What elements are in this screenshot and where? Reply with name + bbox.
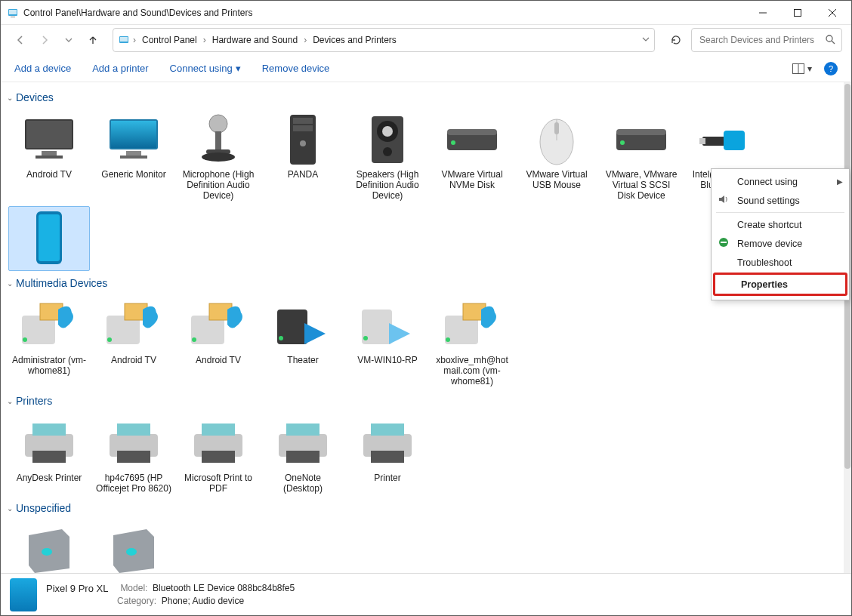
- svg-rect-68: [117, 451, 150, 463]
- chevron-right-icon[interactable]: ›: [203, 35, 206, 45]
- device-item[interactable]: xboxlive_mh@hotmail.com (vm-whome81): [431, 292, 513, 389]
- device-item[interactable]: VMware, VMware Virtual S SCSI Disk Devic…: [600, 106, 682, 203]
- printers-items: AnyDesk Printer hp4c7695 (HP Officejet P…: [7, 408, 841, 497]
- device-list-scroll[interactable]: ⌄ Devices Android TV Generic Monitor Mic…: [1, 82, 844, 573]
- media-renderer-icon: [16, 296, 82, 355]
- device-item[interactable]: AnyDesk Printer: [8, 410, 90, 496]
- chevron-right-icon[interactable]: ›: [304, 35, 307, 45]
- device-item[interactable]: Printer: [347, 410, 428, 496]
- device-label: xboxlive_mh@hotmail.com (vm-whome81): [433, 355, 511, 387]
- device-label: Microphone (High Definition Audio Device…: [180, 169, 257, 201]
- svg-point-41: [620, 140, 625, 145]
- speaker-settings-icon: [718, 193, 730, 208]
- maximize-button[interactable]: [780, 1, 815, 25]
- device-label: VMware Virtual USB Mouse: [518, 169, 595, 190]
- window-title: Control Panel\Hardware and Sound\Devices…: [23, 8, 253, 18]
- device-label: Generic Monitor: [101, 169, 165, 180]
- ctx-troubleshoot[interactable]: Troubleshoot: [712, 253, 849, 272]
- group-header-devices[interactable]: ⌄ Devices: [7, 91, 841, 103]
- ctx-remove-device[interactable]: Remove device: [712, 234, 849, 253]
- svg-rect-19: [126, 151, 141, 156]
- device-item[interactable]: OneNote (Desktop): [262, 410, 344, 496]
- ctx-connect-using[interactable]: Connect using ▶: [712, 172, 849, 191]
- forward-button[interactable]: [34, 29, 55, 51]
- device-item[interactable]: [93, 517, 174, 573]
- command-bar: Add a device Add a printer Connect using…: [1, 55, 851, 82]
- media-renderer-icon: [439, 296, 505, 355]
- group-header-printers[interactable]: ⌄ Printers: [7, 395, 841, 407]
- ctx-create-shortcut[interactable]: Create shortcut: [712, 215, 849, 234]
- vertical-scrollbar[interactable]: [844, 82, 851, 573]
- device-item[interactable]: Microsoft Print to PDF: [178, 410, 259, 496]
- refresh-button[interactable]: [664, 28, 688, 52]
- add-device-link[interactable]: Add a device: [14, 63, 71, 74]
- device-item[interactable]: VMware Virtual NVMe Disk: [431, 106, 513, 203]
- svg-rect-8: [120, 37, 128, 42]
- svg-rect-15: [42, 151, 57, 156]
- view-options-button[interactable]: ▾: [792, 63, 812, 74]
- search-icon[interactable]: [825, 34, 835, 47]
- help-button[interactable]: ?: [824, 62, 838, 75]
- device-item[interactable]: VM-WIN10-RP: [347, 292, 428, 389]
- chevron-down-icon: ⌄: [7, 94, 13, 102]
- breadcrumb-root[interactable]: Control Panel: [139, 33, 200, 47]
- minimize-button[interactable]: [746, 1, 780, 25]
- device-item[interactable]: VMware Virtual USB Mouse: [516, 106, 597, 203]
- recent-locations-button[interactable]: [58, 29, 79, 51]
- device-item[interactable]: Android TV: [8, 106, 90, 203]
- device-label: Android TV: [196, 355, 241, 365]
- device-item[interactable]: Theater: [262, 292, 344, 389]
- svg-rect-46: [39, 214, 60, 261]
- ctx-sound-settings[interactable]: Sound settings: [712, 191, 849, 210]
- svg-rect-27: [293, 125, 313, 131]
- back-button[interactable]: [10, 29, 31, 51]
- svg-point-57: [279, 336, 283, 340]
- ctx-properties[interactable]: Properties: [715, 275, 845, 294]
- device-item[interactable]: Android TV: [93, 292, 174, 389]
- svg-point-28: [300, 140, 306, 146]
- up-button[interactable]: [82, 29, 103, 51]
- printer-icon: [100, 414, 167, 473]
- breadcrumb-level2[interactable]: Devices and Printers: [310, 33, 400, 47]
- breadcrumb-level1[interactable]: Hardware and Sound: [209, 33, 301, 47]
- device-item[interactable]: Microphone (High Definition Audio Device…: [178, 106, 259, 203]
- search-input[interactable]: [698, 34, 820, 46]
- details-model-value: Bluetooth LE Device 088bc84b8fe5: [153, 583, 295, 593]
- close-button[interactable]: [815, 1, 850, 25]
- search-box[interactable]: [691, 28, 842, 52]
- svg-rect-22: [215, 131, 221, 149]
- chevron-right-icon[interactable]: ›: [133, 35, 136, 45]
- svg-rect-14: [26, 121, 72, 148]
- device-item[interactable]: Speakers (High Definition Audio Device): [347, 106, 428, 203]
- svg-point-24: [202, 152, 235, 162]
- group-header-unspecified[interactable]: ⌄ Unspecified: [7, 502, 841, 514]
- device-item[interactable]: Generic Monitor: [93, 106, 174, 203]
- svg-rect-34: [447, 129, 497, 135]
- device-item[interactable]: hp4c7695 (HP Officejet Pro 8620): [93, 410, 174, 496]
- device-item-selected[interactable]: [8, 206, 90, 271]
- content-area: ⌄ Devices Android TV Generic Monitor Mic…: [1, 82, 851, 573]
- address-bar[interactable]: › Control Panel › Hardware and Sound › D…: [113, 28, 655, 52]
- group-title: Devices: [16, 91, 54, 103]
- device-item[interactable]: Administrator (vm-whome81): [8, 292, 90, 389]
- chevron-down-icon: ⌄: [7, 504, 13, 513]
- connect-using-link[interactable]: Connect using ▾: [170, 63, 241, 74]
- device-item[interactable]: Android TV: [178, 292, 259, 389]
- device-label: Theater: [287, 355, 318, 365]
- printer-icon: [185, 414, 252, 473]
- remove-device-link[interactable]: Remove device: [262, 63, 330, 74]
- monitor-icon: [100, 110, 167, 169]
- address-dropdown-chevron-icon[interactable]: [642, 35, 650, 45]
- media-renderer-icon: [100, 296, 167, 355]
- phone-icon: [16, 210, 82, 269]
- svg-rect-1: [9, 10, 17, 14]
- device-label: Administrator (vm-whome81): [11, 355, 88, 376]
- svg-point-78: [42, 548, 52, 556]
- context-menu-separator: [716, 212, 844, 213]
- device-label: Speakers (High Definition Audio Device): [349, 169, 426, 201]
- add-printer-link[interactable]: Add a printer: [92, 63, 148, 74]
- media-player-icon: [270, 296, 336, 355]
- device-item[interactable]: PANDA: [262, 106, 344, 203]
- device-item[interactable]: [8, 517, 90, 573]
- device-label: AnyDesk Printer: [17, 473, 82, 483]
